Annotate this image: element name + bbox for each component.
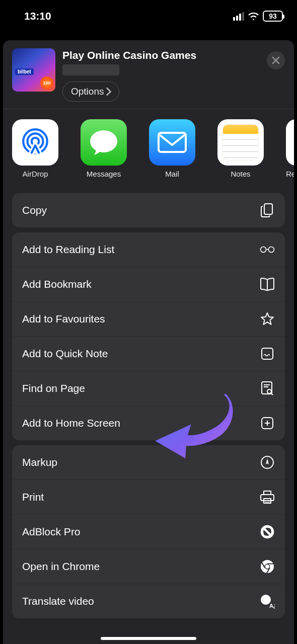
favourites-label: Add to Favourites [22,313,105,325]
reminders-icon [286,119,294,166]
action-find[interactable]: Find on Page [12,371,285,406]
mail-icon [149,119,195,166]
translate-icon: Aあ [260,594,275,609]
print-icon [260,490,275,505]
svg-rect-9 [262,382,272,394]
options-button[interactable]: Options [62,82,119,102]
star-icon [260,311,275,327]
quick-note-icon [260,346,275,361]
chrome-icon [260,559,275,574]
action-group-more: Markup Print AdBlock Pro Open in Chrome [12,445,285,618]
share-header: bilbet 100 Play Online Casino Games Opti… [3,40,294,109]
svg-point-3 [90,130,117,152]
svg-rect-5 [264,204,272,214]
chrome-label: Open in Chrome [22,560,100,573]
page-title: Play Online Casino Games [62,49,196,61]
share-header-text: Play Online Casino Games Options [62,48,196,102]
notes-label: Notes [231,170,250,178]
share-app-notes[interactable]: Notes [217,119,264,178]
find-icon [260,381,275,396]
adblock-label: AdBlock Pro [22,526,81,538]
share-app-mail[interactable]: Mail [149,119,195,178]
action-print[interactable]: Print [12,479,285,514]
svg-point-10 [267,389,271,393]
home-screen-label: Add to Home Screen [22,417,120,429]
notes-icon [217,119,264,166]
copy-icon [260,203,275,218]
action-chrome[interactable]: Open in Chrome [12,549,285,584]
mail-label: Mail [165,170,179,178]
action-favourites[interactable]: Add to Favourites [12,301,285,336]
action-group-bookmarks: Add to Reading List Add Bookmark Add to … [12,232,285,440]
action-copy[interactable]: Copy [12,193,285,227]
share-apps-row[interactable]: AirDrop Messages Mail Notes [3,109,294,188]
cellular-icon [233,12,244,21]
action-home-screen[interactable]: Add to Home Screen [12,406,285,440]
close-button[interactable] [267,51,285,69]
markup-label: Markup [22,456,57,468]
translate-label: Translate video [22,595,94,607]
bookmark-label: Add Bookmark [22,278,92,290]
status-bar: 13:10 93 [0,0,297,29]
status-time: 13:10 [24,10,51,22]
home-indicator[interactable] [101,637,196,640]
copy-label: Copy [22,204,47,216]
airdrop-label: AirDrop [23,170,48,178]
svg-rect-13 [261,495,274,501]
messages-label: Messages [87,170,121,178]
svg-point-23 [265,565,269,569]
options-label: Options [71,86,104,97]
action-bookmark[interactable]: Add Bookmark [12,267,285,301]
chevron-right-icon [106,88,112,96]
share-app-messages[interactable]: Messages [81,119,127,178]
action-group-copy: Copy [12,193,285,227]
glasses-icon [260,242,275,257]
share-app-reminders[interactable]: Rem [286,119,294,178]
wifi-icon [248,12,259,21]
airdrop-icon [12,119,58,166]
svg-point-7 [268,247,274,252]
reading-list-label: Add to Reading List [22,244,114,256]
thumb-logo: bilbet [15,68,34,75]
reminders-label: Rem [286,170,294,178]
svg-rect-4 [159,133,186,152]
action-reading-list[interactable]: Add to Reading List [12,232,285,267]
svg-rect-14 [264,491,271,495]
action-translate[interactable]: Translate video Aあ [12,584,285,618]
share-app-airdrop[interactable]: AirDrop [12,119,58,178]
page-thumbnail: bilbet 100 [12,48,55,92]
print-label: Print [22,491,44,503]
action-adblock[interactable]: AdBlock Pro [12,514,285,549]
plus-square-icon [260,416,275,431]
thumb-chip: 100 [40,76,53,90]
battery-indicator: 93 [263,11,283,22]
close-icon [272,56,280,64]
find-label: Find on Page [22,382,85,394]
block-icon [260,524,275,539]
svg-text:Aあ: Aあ [269,603,275,609]
page-url-blurred [62,64,119,75]
action-markup[interactable]: Markup [12,445,285,479]
svg-point-6 [261,247,266,252]
svg-rect-8 [262,348,273,359]
share-sheet: bilbet 100 Play Online Casino Games Opti… [3,40,294,644]
action-quick-note[interactable]: Add to Quick Note [12,336,285,371]
messages-icon [81,119,127,166]
quick-note-label: Add to Quick Note [22,348,108,360]
status-right: 93 [233,11,283,22]
book-icon [260,277,275,292]
markup-icon [260,455,275,470]
